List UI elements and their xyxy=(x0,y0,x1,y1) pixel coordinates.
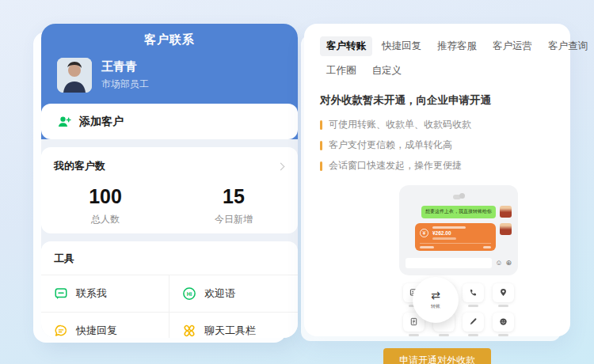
toolbar-clover-icon xyxy=(182,324,196,338)
tab-quick-reply[interactable]: 快捷回复 xyxy=(375,36,428,56)
bullet-text: 可使用转账、收款单、收款码收款 xyxy=(329,118,471,131)
bullet-text: 会话窗口快速发起，操作更便捷 xyxy=(329,159,462,173)
bullet-bar-icon xyxy=(320,141,322,150)
tool-quick-reply[interactable]: 快捷回复 xyxy=(41,312,169,338)
tool-welcome-message-label: 欢迎语 xyxy=(204,286,235,301)
toolbar-label-bar xyxy=(439,334,449,336)
stat-new-today-label: 今日新增 xyxy=(169,213,298,226)
chevron-right-icon[interactable] xyxy=(277,162,285,170)
person-add-icon xyxy=(57,115,71,129)
tool-chat-toolbar-label: 聊天工具栏 xyxy=(204,324,256,338)
toolbar-label-bar xyxy=(468,305,478,307)
profile-section: 王青青 市场部员工 xyxy=(41,47,298,104)
toolbar-cell-call xyxy=(462,283,485,307)
transfer-card-lines: ¥262.00 xyxy=(432,226,466,240)
stat-total-label: 总人数 xyxy=(41,213,169,226)
apply-open-payment-button[interactable]: 申请开通对外收款 xyxy=(383,348,491,364)
bullet-item: 客户支付更信赖，成单转化高 xyxy=(320,138,554,152)
add-customer-button[interactable]: 添加客户 xyxy=(41,104,298,139)
chat-bubble: 想要这件上衣，我直接转账给你 xyxy=(421,206,496,218)
tab-customer-query[interactable]: 客户查询 xyxy=(542,36,594,56)
quick-reply-bubble-icon xyxy=(54,324,68,338)
bullet-text: 客户支付更信赖，成单转化高 xyxy=(329,138,452,152)
tool-contact-me[interactable]: 联系我 xyxy=(41,275,169,312)
toolbar-cell-card xyxy=(462,313,485,336)
toolbar-label-bar xyxy=(498,334,508,336)
add-customer-label: 添加客户 xyxy=(79,115,124,129)
tools-title: 工具 xyxy=(54,252,74,266)
toolbar-label-bar xyxy=(468,334,478,336)
transfer-highlight-circle: ⇄ 转账 xyxy=(413,277,459,323)
avatar-person-image xyxy=(57,58,92,93)
transfer-subtitle-line xyxy=(432,237,456,240)
stat-total: 100 总人数 xyxy=(41,185,169,226)
customer-contact-panel: 客户联系 王青青 市场部员工 添加客户 xyxy=(41,24,298,338)
toolbar-label-bar xyxy=(409,334,419,336)
chat-toolbar-grid: ⇄ 转账 xyxy=(399,275,518,336)
profile-text: 王青青 市场部员工 xyxy=(101,59,149,91)
file-icon xyxy=(409,317,418,326)
cloud-decoration-icon xyxy=(451,193,466,199)
content-heading: 对外收款暂未开通，向企业申请开通 xyxy=(320,93,554,108)
hi-circle-icon: Hi xyxy=(182,286,196,301)
yuan-circle-icon: ¥ xyxy=(420,229,428,237)
phone-demo-illustration: 想要这件上衣，我直接转账给你 ¥ ¥262.00 xyxy=(399,185,518,336)
transfer-card-body: ¥ ¥262.00 xyxy=(420,226,491,240)
my-customers-header: 我的客户数 xyxy=(41,147,298,173)
chat-mockup: 想要这件上衣，我直接转账给你 ¥ ¥262.00 xyxy=(399,185,518,275)
page-title: 客户联系 xyxy=(41,32,298,47)
smiley-icon xyxy=(499,317,508,326)
tools-header: 工具 xyxy=(41,241,298,275)
bullet-item: 会话窗口快速发起，操作更便捷 xyxy=(320,159,554,173)
transfer-footer-line xyxy=(420,246,434,248)
tab-customer-operation[interactable]: 客户运营 xyxy=(486,36,539,56)
tools-grid: 联系我 Hi 欢迎语 快捷回复 xyxy=(41,275,298,338)
transfer-message-row: ¥ ¥262.00 xyxy=(406,223,512,251)
user-name: 王青青 xyxy=(101,59,149,74)
toolbar-cell-emoji xyxy=(492,313,516,336)
location-pin-icon xyxy=(499,288,508,297)
emoji-icon: ☺ xyxy=(495,260,502,267)
tool-contact-me-label: 联系我 xyxy=(76,286,107,301)
chat-avatar xyxy=(500,206,512,218)
tab-recommend-service[interactable]: 推荐客服 xyxy=(431,36,483,56)
tab-customer-transfer[interactable]: 客户转账 xyxy=(320,36,372,56)
toolbar-label-bar xyxy=(498,305,508,307)
tab-row-1: 客户转账 快捷回复 推荐客服 客户运营 客户查询 客户查重 xyxy=(320,36,554,56)
tools-card: 工具 联系我 Hi 欢迎语 xyxy=(41,241,298,338)
transfer-footer-line xyxy=(483,246,491,248)
transfer-tool-label: 转账 xyxy=(431,303,440,310)
transfer-card-footer xyxy=(420,243,491,248)
bullet-item: 可使用转账、收款单、收款码收款 xyxy=(320,118,554,131)
bullet-bar-icon xyxy=(320,120,322,130)
settings-panel: 客户转账 快捷回复 推荐客服 客户运营 客户查询 客户查重 工作圈 自定义 对外… xyxy=(304,24,570,336)
chat-input-row: ☺ ⊕ xyxy=(406,258,512,268)
chat-avatar xyxy=(500,223,512,235)
svg-text:Hi: Hi xyxy=(187,291,192,297)
plus-circle-icon: ⊕ xyxy=(505,260,512,267)
toolbar-cell-location xyxy=(492,283,516,307)
my-customers-title: 我的客户数 xyxy=(54,159,105,173)
chat-message-row: 想要这件上衣，我直接转账给你 xyxy=(406,206,512,218)
stat-total-value: 100 xyxy=(41,185,169,208)
stat-new-today: 15 今日新增 xyxy=(169,185,298,226)
stat-new-today-value: 15 xyxy=(169,185,298,208)
transfer-amount: ¥262.00 xyxy=(432,230,466,236)
panel-header: 客户联系 王青青 市场部员工 添加客户 xyxy=(41,24,298,139)
tool-chat-toolbar[interactable]: 聊天工具栏 xyxy=(169,312,298,338)
pen-icon xyxy=(469,317,478,326)
bullet-bar-icon xyxy=(320,161,322,171)
tool-quick-reply-label: 快捷回复 xyxy=(76,324,117,338)
transfer-title-line xyxy=(432,226,466,229)
chat-square-icon xyxy=(54,286,68,301)
stats-row: 100 总人数 15 今日新增 xyxy=(41,173,298,226)
tool-welcome-message[interactable]: Hi 欢迎语 xyxy=(169,275,298,312)
tab-work-circle[interactable]: 工作圈 xyxy=(320,61,363,81)
my-customers-card[interactable]: 我的客户数 100 总人数 15 今日新增 xyxy=(41,147,298,233)
chat-input-field xyxy=(406,258,492,268)
avatar xyxy=(57,58,92,93)
transfer-card: ¥ ¥262.00 xyxy=(415,223,496,251)
feature-bullets: 可使用转账、收款单、收款码收款 客户支付更信赖，成单转化高 会话窗口快速发起，操… xyxy=(320,118,554,173)
transfer-arrows-icon: ⇄ xyxy=(431,290,440,301)
tab-custom[interactable]: 自定义 xyxy=(366,61,409,81)
